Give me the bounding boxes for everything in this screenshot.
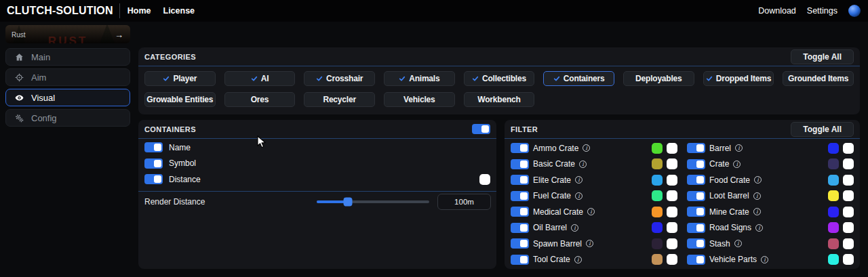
- filter-item-label: Tool Crate: [533, 255, 570, 264]
- filter-item-label: Loot Barrel: [709, 191, 749, 200]
- filter-toggle[interactable]: [687, 143, 705, 153]
- category-chip-collectibles[interactable]: Collectibles: [464, 71, 535, 86]
- category-chip-ores[interactable]: Ores: [224, 92, 296, 107]
- slider-knob[interactable]: [344, 198, 353, 207]
- color-swatch[interactable]: [828, 207, 839, 217]
- filter-checkbox[interactable]: [843, 254, 854, 265]
- filter-checkbox[interactable]: [667, 254, 677, 265]
- filter-checkbox[interactable]: [667, 238, 677, 249]
- filter-checkbox[interactable]: [843, 175, 854, 186]
- info-icon[interactable]: i: [575, 176, 583, 184]
- info-icon[interactable]: i: [583, 144, 590, 152]
- filter-checkbox[interactable]: [667, 222, 677, 233]
- info-icon[interactable]: i: [753, 208, 761, 215]
- filter-toggle[interactable]: [687, 223, 705, 233]
- filter-toggle-all-button[interactable]: Toggle All: [791, 122, 854, 137]
- info-icon[interactable]: i: [587, 208, 595, 215]
- category-chip-containers[interactable]: Containers: [543, 71, 614, 86]
- render-distance-slider[interactable]: [317, 200, 429, 203]
- category-chip-crosshair[interactable]: Crosshair: [304, 71, 375, 86]
- color-swatch[interactable]: [828, 143, 839, 154]
- info-icon[interactable]: i: [571, 224, 578, 232]
- filter-checkbox[interactable]: [667, 175, 677, 186]
- color-swatch[interactable]: [652, 158, 663, 169]
- color-swatch[interactable]: [828, 158, 839, 169]
- distance-toggle[interactable]: [144, 174, 163, 184]
- color-swatch[interactable]: [652, 190, 663, 201]
- sidebar-item-main[interactable]: Main: [5, 48, 130, 66]
- filter-toggle[interactable]: [511, 143, 529, 153]
- category-chip-growable-entities[interactable]: Growable Entities: [144, 92, 216, 107]
- distance-checkbox[interactable]: [479, 174, 490, 185]
- sidebar-item-aim[interactable]: Aim: [5, 68, 130, 86]
- containers-enabled-toggle[interactable]: [472, 124, 490, 134]
- color-swatch[interactable]: [652, 238, 663, 249]
- filter-checkbox[interactable]: [667, 207, 677, 217]
- filter-checkbox[interactable]: [843, 143, 854, 154]
- filter-checkbox[interactable]: [843, 238, 854, 249]
- color-swatch[interactable]: [652, 143, 663, 154]
- info-icon[interactable]: i: [733, 161, 741, 168]
- category-chip-vehicles[interactable]: Vehicles: [384, 92, 455, 107]
- info-icon[interactable]: i: [579, 161, 587, 168]
- info-icon[interactable]: i: [586, 240, 593, 247]
- category-chip-dropped-items[interactable]: Dropped Items: [703, 71, 774, 86]
- filter-checkbox[interactable]: [843, 222, 854, 233]
- color-swatch[interactable]: [828, 222, 839, 233]
- filter-checkbox[interactable]: [667, 158, 677, 169]
- sidebar-item-config[interactable]: Config: [5, 109, 130, 127]
- info-icon[interactable]: i: [754, 176, 762, 184]
- filter-toggle[interactable]: [687, 159, 705, 169]
- filter-checkbox[interactable]: [843, 190, 854, 201]
- info-icon[interactable]: i: [761, 256, 768, 263]
- filter-toggle[interactable]: [511, 159, 529, 169]
- filter-toggle[interactable]: [687, 207, 705, 217]
- info-icon[interactable]: i: [753, 192, 761, 200]
- symbol-toggle[interactable]: [144, 158, 163, 169]
- category-chip-deployables[interactable]: Deployables: [623, 71, 694, 86]
- color-swatch[interactable]: [652, 254, 663, 265]
- info-icon[interactable]: i: [735, 144, 743, 152]
- filter-toggle[interactable]: [687, 191, 705, 201]
- categories-toggle-all-button[interactable]: Toggle All: [791, 49, 854, 64]
- user-avatar[interactable]: [848, 5, 861, 17]
- filter-toggle[interactable]: [687, 238, 705, 249]
- topbar-link-download[interactable]: Download: [758, 6, 796, 16]
- filter-toggle[interactable]: [511, 238, 529, 249]
- filter-toggle[interactable]: [687, 255, 705, 265]
- nav-link-license[interactable]: License: [163, 6, 195, 16]
- category-chip-animals[interactable]: Animals: [384, 71, 455, 86]
- info-icon[interactable]: i: [734, 240, 742, 247]
- category-chip-player[interactable]: Player: [144, 71, 216, 86]
- filter-checkbox[interactable]: [667, 143, 677, 154]
- filter-checkbox[interactable]: [843, 158, 854, 169]
- category-chip-ai[interactable]: AI: [224, 71, 296, 86]
- color-swatch[interactable]: [828, 190, 839, 201]
- nav-link-home[interactable]: Home: [127, 6, 151, 16]
- topbar-link-settings[interactable]: Settings: [807, 6, 837, 16]
- category-chip-recycler[interactable]: Recycler: [304, 92, 375, 107]
- filter-toggle[interactable]: [511, 191, 529, 201]
- info-icon[interactable]: i: [574, 256, 582, 263]
- filter-toggle[interactable]: [511, 255, 529, 265]
- color-swatch[interactable]: [652, 222, 663, 233]
- filter-toggle[interactable]: [511, 175, 529, 185]
- filter-checkbox[interactable]: [843, 207, 854, 217]
- sidebar-item-visual[interactable]: Visual: [5, 89, 130, 106]
- category-chip-workbench[interactable]: Workbench: [464, 92, 535, 107]
- color-swatch[interactable]: [828, 254, 839, 265]
- game-card-rust[interactable]: RUST Rust →: [5, 25, 130, 43]
- info-icon[interactable]: i: [755, 224, 763, 232]
- arrow-right-icon[interactable]: →: [115, 29, 123, 39]
- filter-toggle[interactable]: [511, 207, 529, 217]
- color-swatch[interactable]: [652, 175, 663, 186]
- name-toggle[interactable]: [144, 142, 163, 152]
- filter-toggle[interactable]: [511, 223, 529, 233]
- filter-checkbox[interactable]: [667, 190, 677, 201]
- color-swatch[interactable]: [828, 238, 839, 249]
- info-icon[interactable]: i: [575, 192, 583, 200]
- category-chip-grounded-items[interactable]: Grounded Items: [783, 71, 854, 86]
- color-swatch[interactable]: [828, 175, 839, 186]
- color-swatch[interactable]: [652, 207, 663, 217]
- filter-toggle[interactable]: [687, 175, 705, 185]
